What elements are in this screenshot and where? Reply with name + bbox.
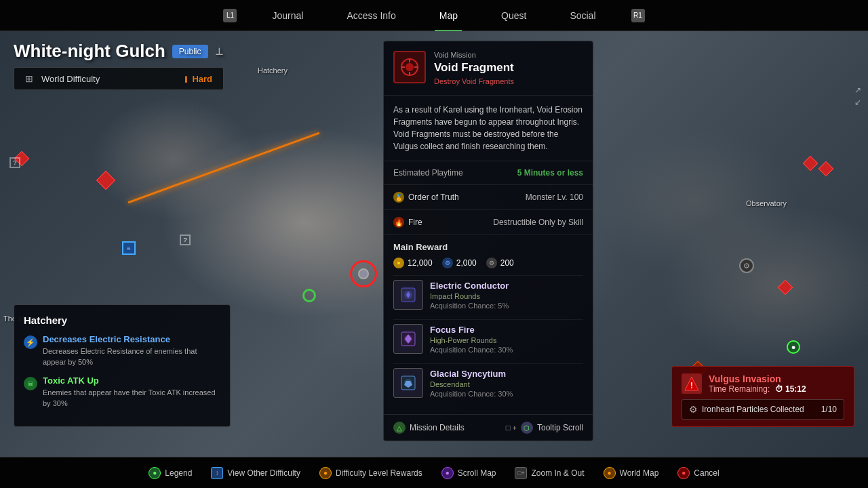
element-icon: 🔥 xyxy=(393,217,404,228)
map-label-observatory: Observatory xyxy=(746,199,787,207)
reward-section: Main Reward ● 12,000 ⚙ 2,000 ⚙ 200 xyxy=(384,235,593,414)
bottom-legend[interactable]: ● Legend xyxy=(149,467,192,479)
world-map-icon: ● xyxy=(604,467,616,479)
bottom-bar: ● Legend ↕ View Other Difficulty ● Diffi… xyxy=(0,457,868,488)
nav-social[interactable]: Social xyxy=(548,0,617,31)
nav-r1-button[interactable]: R1 xyxy=(631,9,645,22)
mission-panel: Void Mission Void Fragment Destroy Void … xyxy=(383,41,593,441)
reward-item-3: Glacial Syncytium Descendant Acquisition… xyxy=(393,363,583,402)
map-label-hatchery: Hatchery xyxy=(258,66,288,75)
active-map-marker[interactable] xyxy=(350,260,377,287)
reward-1-sub: Impact Rounds xyxy=(430,292,583,300)
bottom-scroll-map[interactable]: ● Scroll Map xyxy=(441,467,496,479)
reward-title: Main Reward xyxy=(393,242,583,252)
reward-item-2-icon xyxy=(393,324,423,354)
bottom-view-difficulty[interactable]: ↕ View Other Difficulty xyxy=(211,467,300,479)
element-value: Destructible Only by Skill xyxy=(493,218,583,227)
nav-l1-button[interactable]: L1 xyxy=(223,9,237,22)
effect-toxic-icon: ☠ xyxy=(24,377,37,390)
effect-electric-title: Decreases Electric Resistance xyxy=(43,334,220,344)
effect-toxic-desc: Enemies that appear have their Toxic ATK… xyxy=(43,388,220,409)
mission-icon xyxy=(393,51,426,83)
currency-gold: ● 12,000 xyxy=(393,258,433,268)
mission-name: Void Fragment xyxy=(434,61,514,75)
nav-journal[interactable]: Journal xyxy=(250,0,325,31)
map-marker-mid-2[interactable]: ≡ xyxy=(122,241,136,255)
invasion-icon: ! xyxy=(682,373,702,394)
blue-gear-icon: ⚙ xyxy=(442,258,453,268)
svg-point-1 xyxy=(406,63,414,71)
legend-icon: ● xyxy=(149,467,161,479)
invasion-panel: ! Vulgus Invasion Time Remaining: ⏱ 15:1… xyxy=(671,366,854,427)
nav-items: L1 Journal Access Info Map Quest Social … xyxy=(210,0,658,31)
order-label: Order of Truth xyxy=(408,192,459,202)
difficulty-level: ⫿ Hard xyxy=(184,74,212,84)
order-row: 🏅 Order of Truth Monster Lv. 100 xyxy=(384,185,593,210)
map-marker-gear-1[interactable]: ⚙ xyxy=(739,258,754,273)
order-icon: 🏅 xyxy=(393,192,404,203)
invasion-gear-icon: ⚙ xyxy=(689,404,698,415)
reward-3-chance: Acquisition Chance: 30% xyxy=(430,390,583,398)
top-navigation: L1 Journal Access Info Map Quest Social … xyxy=(0,0,868,31)
gold-icon: ● xyxy=(393,258,404,268)
map-marker-green-2[interactable]: ● xyxy=(787,340,800,354)
zoom-icon: □+ xyxy=(515,467,527,479)
cancel-icon: ● xyxy=(677,467,690,479)
nav-access-info[interactable]: Access Info xyxy=(325,0,417,31)
mission-footer: △ Mission Details □ + ⬡ Tooltip Scroll xyxy=(384,414,593,441)
mission-description: As a result of Karel using the Ironheart… xyxy=(384,96,593,161)
map-marker-question-1[interactable]: ? xyxy=(180,235,191,245)
invasion-count: 1/10 xyxy=(821,405,837,414)
map-marker-right-1[interactable] xyxy=(804,157,817,170)
map-marker-right-2[interactable] xyxy=(821,163,831,174)
map-nav-arrows: ↗ ↙ xyxy=(854,85,861,107)
reward-item-3-icon xyxy=(393,368,423,398)
public-badge: Public xyxy=(172,45,208,58)
invasion-progress: ⚙ Ironheart Particles Collected 1/10 xyxy=(682,399,844,420)
difficulty-label: World Difficulty xyxy=(41,74,176,84)
reward-2-chance: Acquisition Chance: 30% xyxy=(430,346,583,354)
reward-item-2: Focus Fire High-Power Rounds Acquisition… xyxy=(393,319,583,358)
bottom-world-map[interactable]: ● World Map xyxy=(604,467,659,479)
currency-blue-gear: ⚙ 2,000 xyxy=(442,258,477,268)
playtime-value: 5 Minutes or less xyxy=(517,168,583,178)
grey-gear-icon: ⚙ xyxy=(486,258,497,268)
mission-header: Void Mission Void Fragment Destroy Void … xyxy=(384,41,593,96)
view-difficulty-icon: ↕ xyxy=(211,467,223,479)
svg-text:!: ! xyxy=(690,381,693,390)
map-marker-right-3[interactable] xyxy=(780,282,791,293)
nav-map[interactable]: Map xyxy=(418,0,479,31)
tooltip-scroll-button[interactable]: □ + ⬡ Tooltip Scroll xyxy=(506,422,583,434)
reward-item-1: Electric Conductor Impact Rounds Acquisi… xyxy=(393,275,583,314)
reward-item-1-icon xyxy=(393,280,423,310)
map-marker-question-2[interactable]: ? xyxy=(9,157,20,168)
hatchery-effect-2: ☠ Toxic ATK Up Enemies that appear have … xyxy=(24,375,220,409)
connection-indicator: ⊥ xyxy=(215,46,223,57)
reward-2-sub: High-Power Rounds xyxy=(430,336,583,344)
map-marker-green-1[interactable] xyxy=(302,289,316,302)
difficulty-bar: ⊞ World Difficulty ⫿ Hard xyxy=(14,67,224,90)
element-row: 🔥 Fire Destructible Only by Skill xyxy=(384,210,593,235)
bottom-difficulty-rewards[interactable]: ● Difficulty Level Rewards xyxy=(319,467,422,479)
hatchery-title: Hatchery xyxy=(24,314,220,326)
active-marker-inner xyxy=(358,268,369,279)
tooltip-scroll-icon: ⬡ xyxy=(521,422,533,434)
mission-type: Void Mission xyxy=(434,51,514,59)
nav-quest[interactable]: Quest xyxy=(479,0,548,31)
element-label: Fire xyxy=(408,218,422,227)
reward-1-chance: Acquisition Chance: 5% xyxy=(430,302,583,310)
invasion-timer-value: 15:12 xyxy=(785,384,806,394)
location-name-container: White-night Gulch Public ⊥ xyxy=(14,41,224,62)
mission-details-button[interactable]: △ Mission Details xyxy=(393,422,465,434)
invasion-header: ! Vulgus Invasion Time Remaining: ⏱ 15:1… xyxy=(682,373,844,394)
invasion-title: Vulgus Invasion xyxy=(709,373,806,384)
effect-electric-icon: ⚡ xyxy=(24,336,37,349)
bottom-cancel[interactable]: ● Cancel xyxy=(677,467,719,479)
reward-3-name: Glacial Syncytium xyxy=(430,369,583,379)
reward-1-name: Electric Conductor xyxy=(430,281,583,291)
bottom-zoom[interactable]: □+ Zoom In & Out xyxy=(515,467,584,479)
scroll-map-icon: ● xyxy=(441,467,454,479)
hatchery-tooltip: Hatchery ⚡ Decreases Electric Resistance… xyxy=(14,304,231,427)
location-panel: White-night Gulch Public ⊥ ⊞ World Diffi… xyxy=(14,41,224,90)
mission-details-icon: △ xyxy=(393,422,406,434)
